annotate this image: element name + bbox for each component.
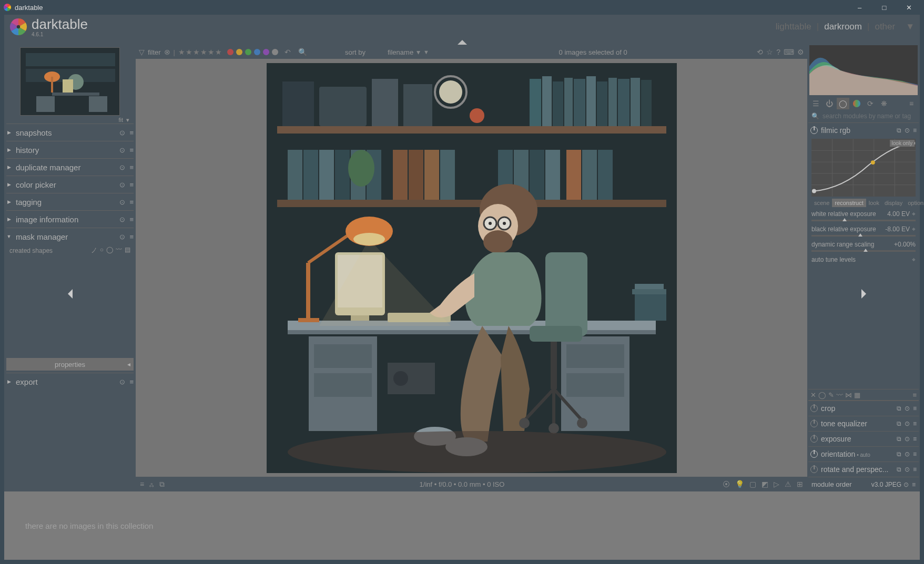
tab-correct-icon[interactable]: ⟳ bbox=[864, 98, 877, 109]
circle-tool-icon[interactable]: ○ bbox=[100, 246, 104, 255]
param-dynamic-range[interactable]: dynamic range scaling+0.00% bbox=[811, 241, 916, 252]
help-icon[interactable]: ? bbox=[776, 48, 780, 56]
mask-param-icon[interactable]: 〰 bbox=[836, 391, 843, 399]
picker-icon[interactable]: ⌖ bbox=[912, 225, 916, 233]
filmstrip[interactable]: there are no images in this collection bbox=[4, 491, 920, 560]
presets-icon[interactable]: ≡ bbox=[913, 466, 917, 473]
presets-icon[interactable]: ≡ bbox=[913, 435, 917, 443]
view-lighttable[interactable]: lighttable bbox=[776, 22, 811, 32]
filmic-tab-look[interactable]: look bbox=[866, 199, 882, 207]
multi-instance-icon[interactable]: ⧉ bbox=[897, 405, 901, 412]
filmic-curve[interactable]: look only bbox=[811, 139, 916, 197]
multi-instance-icon[interactable]: ⧉ bbox=[897, 127, 901, 134]
sort-dropdown-icon[interactable]: ▾ bbox=[417, 48, 420, 56]
panel-history[interactable]: ▶ history ⊙ ≡ bbox=[6, 141, 134, 158]
presets-icon[interactable]: ≡ bbox=[913, 405, 917, 412]
multi-instance-icon[interactable]: ⧉ bbox=[897, 450, 901, 458]
module-exposure-header[interactable]: exposure ⧉ ⊙ ≡ bbox=[808, 432, 919, 446]
color-label-dot[interactable] bbox=[236, 49, 242, 55]
second-window-icon[interactable]: ⧉ bbox=[159, 480, 165, 489]
reset-icon[interactable]: ⊙ bbox=[905, 435, 910, 443]
presets-icon[interactable]: ≡ bbox=[913, 450, 917, 458]
search-collection-icon[interactable]: 🔍 bbox=[298, 48, 307, 56]
reset-icon[interactable]: ⊙ bbox=[903, 481, 909, 488]
clear-filter-icon[interactable]: ⊗ bbox=[164, 48, 170, 56]
reset-icon[interactable]: ⊙ bbox=[119, 146, 125, 154]
panel-snapshots[interactable]: ▶ snapshots ⊙ ≡ bbox=[6, 124, 134, 141]
color-label-dot[interactable] bbox=[272, 49, 278, 55]
panel-color-picker[interactable]: ▶ color picker ⊙ ≡ bbox=[6, 176, 134, 193]
module-rotate-and-perspec--header[interactable]: rotate and perspec... ⧉ ⊙ ≡ bbox=[808, 462, 919, 477]
sort-direction-icon[interactable]: ▼ bbox=[423, 49, 429, 55]
tab-base-icon[interactable]: ◯ bbox=[837, 98, 849, 109]
brush-tool-icon[interactable]: ノ bbox=[91, 246, 97, 255]
shortcuts-icon[interactable]: ⌨ bbox=[784, 48, 794, 56]
tab-effect-icon[interactable]: ❋ bbox=[878, 98, 890, 109]
canvas[interactable] bbox=[136, 59, 807, 477]
navigation-thumbnail[interactable] bbox=[20, 47, 120, 116]
module-crop-header[interactable]: crop ⧉ ⊙ ≡ bbox=[808, 401, 919, 416]
presets-icon[interactable]: ≡ bbox=[913, 420, 917, 427]
reset-icon[interactable]: ⊙ bbox=[905, 127, 910, 134]
right-panel-toggle[interactable] bbox=[807, 288, 920, 300]
power-icon[interactable] bbox=[810, 420, 818, 427]
param-black-exposure[interactable]: black relative exposure-8.00 EV⌖ bbox=[811, 225, 916, 237]
reset-icon[interactable]: ⊙ bbox=[119, 163, 125, 171]
gamut-icon[interactable]: ⚠ bbox=[785, 480, 791, 488]
left-panel-toggle[interactable] bbox=[4, 288, 136, 300]
color-label-dot[interactable] bbox=[254, 49, 260, 55]
color-label-dot[interactable] bbox=[227, 49, 233, 55]
undo-icon[interactable]: ↶ bbox=[285, 48, 291, 56]
picker-icon[interactable]: ⌖ bbox=[912, 210, 916, 218]
reset-icon[interactable]: ⊙ bbox=[119, 181, 125, 189]
reset-icon[interactable]: ⊙ bbox=[119, 378, 125, 386]
tab-color-icon[interactable] bbox=[850, 98, 863, 109]
panel-tagging[interactable]: ▶ tagging ⊙ ≡ bbox=[6, 193, 134, 210]
module-filmic-header[interactable]: filmic rgb ⧉ ⊙ ≡ bbox=[808, 123, 919, 138]
gradient-tool-icon[interactable]: ▤ bbox=[125, 246, 130, 255]
power-icon[interactable] bbox=[810, 450, 818, 458]
filter-icon[interactable]: ▽ bbox=[139, 48, 145, 56]
reset-icon[interactable]: ⊙ bbox=[119, 129, 125, 137]
top-panel-toggle[interactable] bbox=[4, 39, 920, 45]
reset-icon[interactable]: ⊙ bbox=[119, 233, 125, 241]
rating-filter[interactable]: ★★★★★★ bbox=[178, 48, 222, 56]
view-other[interactable]: other bbox=[875, 22, 895, 32]
histogram[interactable] bbox=[809, 45, 918, 95]
filmic-tab-display[interactable]: display bbox=[882, 199, 905, 207]
presets-icon[interactable]: ≡ bbox=[129, 181, 134, 189]
collapse-grouped-icon[interactable]: ⟲ bbox=[757, 48, 763, 56]
zoom-fit[interactable]: fit bbox=[118, 117, 123, 124]
filmic-tab-reconstruct[interactable]: reconstruct bbox=[832, 199, 866, 207]
panel-image-information[interactable]: ▶ image information ⊙ ≡ bbox=[6, 211, 134, 228]
guides-icon[interactable]: ⊞ bbox=[797, 480, 803, 488]
mask-drawn-param-icon[interactable]: ⋈ bbox=[845, 391, 852, 399]
mask-drawn-icon[interactable]: ✎ bbox=[828, 391, 834, 399]
ellipse-tool-icon[interactable]: ◯ bbox=[106, 246, 113, 255]
module-order-row[interactable]: module order v3.0 JPEG ⊙ ≡ bbox=[808, 477, 919, 491]
mask-raster-icon[interactable]: ▦ bbox=[854, 391, 860, 399]
display-icon[interactable]: ▢ bbox=[749, 480, 756, 488]
iso-preview-icon[interactable]: 💡 bbox=[735, 480, 744, 488]
presets-icon[interactable]: ≡ bbox=[129, 233, 134, 241]
reset-icon[interactable]: ⊙ bbox=[119, 216, 125, 223]
presets-icon[interactable]: ≡ bbox=[129, 146, 134, 154]
multi-instance-icon[interactable]: ⧉ bbox=[897, 466, 901, 473]
reset-icon[interactable]: ⊙ bbox=[119, 198, 125, 206]
panel-export[interactable]: ▶ export ⊙ ≡ bbox=[6, 373, 134, 390]
panel-mask-manager[interactable]: ▼ mask manager ⊙ ≡ bbox=[6, 228, 134, 245]
module-tone-equalizer-header[interactable]: tone equalizer ⧉ ⊙ ≡ bbox=[808, 416, 919, 431]
multi-instance-icon[interactable]: ⧉ bbox=[897, 420, 901, 427]
reset-icon[interactable]: ⊙ bbox=[905, 466, 910, 473]
properties-toggle[interactable]: properties bbox=[6, 358, 134, 371]
filmic-tab-scene[interactable]: scene bbox=[811, 199, 832, 207]
focus-peaking-icon[interactable]: ⦿ bbox=[723, 480, 730, 488]
styles-icon[interactable]: ஃ bbox=[149, 480, 154, 489]
maximize-button[interactable]: □ bbox=[872, 0, 896, 15]
tab-quick-icon[interactable]: ☰ bbox=[809, 98, 822, 109]
presets-icon[interactable]: ≡ bbox=[129, 198, 134, 206]
reset-icon[interactable]: ⊙ bbox=[905, 420, 910, 427]
minimize-button[interactable]: – bbox=[848, 0, 871, 15]
filmic-tab-options[interactable]: options bbox=[905, 199, 924, 207]
presets-icon[interactable]: ≡ bbox=[129, 129, 134, 137]
